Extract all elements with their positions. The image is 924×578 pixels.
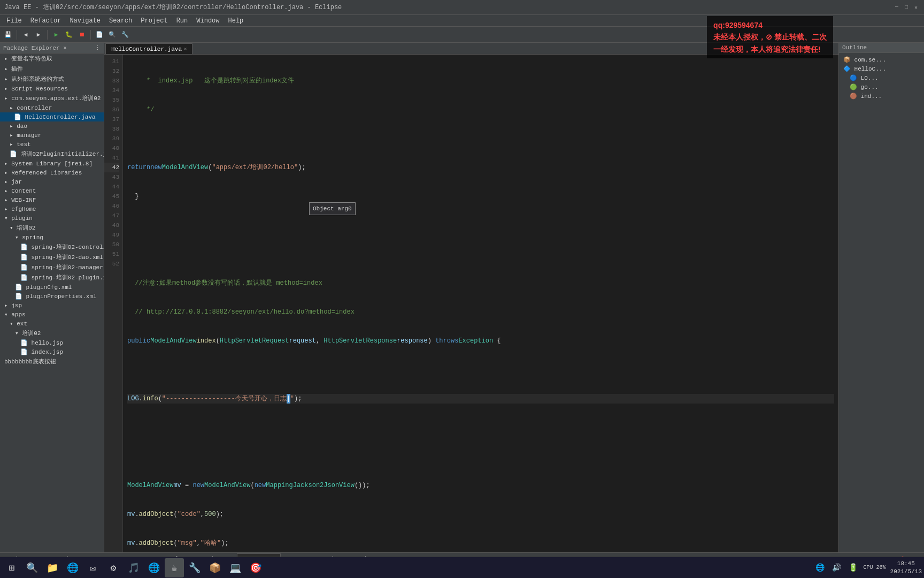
taskbar-browser[interactable]: 🌐 <box>144 558 164 577</box>
left-panel-controls[interactable]: ⋮ <box>95 44 101 51</box>
taskbar-edge[interactable]: 🌐 <box>63 558 82 577</box>
menu-run[interactable]: Run <box>172 15 192 27</box>
tree-item-dao[interactable]: ▸ dao <box>0 121 104 131</box>
menu-navigate[interactable]: Navigate <box>65 15 105 27</box>
line-37: 37 <box>104 115 119 124</box>
toolbar-forward[interactable]: ▶ <box>33 29 44 41</box>
tree-item-spring-dao[interactable]: 📄 spring-培训02-dao.xml <box>0 252 104 262</box>
taskbar-mail[interactable]: ✉ <box>83 558 103 577</box>
tree-item-spring-plugin[interactable]: 📄 spring-培训02-plugin.xm <box>0 272 104 283</box>
taskbar-tool3[interactable]: 💻 <box>226 558 245 577</box>
battery-icon[interactable]: 🔋 <box>847 563 859 572</box>
code-line-32: */ <box>127 105 834 115</box>
tree-item-training02-open[interactable]: ▾ 培训02 <box>0 223 104 233</box>
tree-item-referenced-libs[interactable]: ▸ Referenced Libraries <box>0 168 104 177</box>
toolbar-save[interactable]: 💾 <box>2 29 14 41</box>
minimize-button[interactable]: ─ <box>893 4 900 11</box>
editor-area: HelloController.java ✕ 31 32 33 34 35 36… <box>104 43 838 552</box>
line-40: 40 <box>104 143 119 153</box>
tree-item-external[interactable]: ▸ 从外部系统老的方式 <box>0 74 104 84</box>
toolbar-debug[interactable]: 🐛 <box>63 29 75 41</box>
tab-label: HelloController.java <box>111 46 182 52</box>
line-31: 31 <box>104 57 119 66</box>
menu-help[interactable]: Help <box>224 15 248 27</box>
taskbar-tool4[interactable]: 🎯 <box>246 558 265 577</box>
taskbar: ⊞ 🔍 📁 🌐 ✉ ⚙ 🎵 🌐 ☕ 🔧 📦 💻 🎯 🌐 🔊 🔋 CPU 26% … <box>0 557 924 578</box>
tree-item-test[interactable]: ▸ test <box>0 140 104 149</box>
menu-file[interactable]: File <box>2 15 26 27</box>
menu-refactor[interactable]: Refactor <box>26 15 66 27</box>
taskbar-file-explorer[interactable]: 📁 <box>43 558 62 577</box>
tree-item-jar[interactable]: ▸ jar <box>0 177 104 186</box>
tree-item-plugincfg[interactable]: 📄 pluginCfg.xml <box>0 283 104 292</box>
tree-item-plugin-open[interactable]: ▾ plugin <box>0 214 104 223</box>
line-46: 46 <box>104 201 119 211</box>
menu-project[interactable]: Project <box>136 15 172 27</box>
outline-item-method-go[interactable]: 🟢 go... <box>841 82 922 92</box>
menu-search[interactable]: Search <box>105 15 136 27</box>
line-numbers: 31 32 33 34 35 36 37 38 39 40 41 42 43 4… <box>104 55 123 552</box>
tree-item-script-resources[interactable]: ▸ Script Resources <box>0 84 104 93</box>
code-line-35: } <box>127 192 834 201</box>
start-button[interactable]: ⊞ <box>2 558 21 577</box>
code-editor[interactable]: 31 32 33 34 35 36 37 38 39 40 41 42 43 4… <box>104 55 838 552</box>
tree-item-plugin-initializer[interactable]: 📄 培训02PluginInitializer.java <box>0 149 104 159</box>
maximize-button[interactable]: □ <box>903 4 910 11</box>
line-45: 45 <box>104 192 119 201</box>
outline-panel-header: Outline <box>839 43 924 53</box>
tree-item-variables[interactable]: ▸ 变量名字特色取 <box>0 54 104 64</box>
code-content[interactable]: * index.jsp 这个是跳转到对应的index文件 */ return n… <box>123 55 838 552</box>
tree-item-spring-manager[interactable]: 📄 spring-培训02-manager. <box>0 262 104 272</box>
menu-window[interactable]: Window <box>192 15 224 27</box>
network-icon[interactable]: 🌐 <box>814 563 826 572</box>
tree-item-cfghome[interactable]: ▸ cfgHome <box>0 204 104 214</box>
tree-item-hello-controller[interactable]: 📄 HelloController.java <box>0 112 104 121</box>
tree-item-controller[interactable]: ▸ controller <box>0 103 104 112</box>
outline-item-method-ind[interactable]: 🟤 ind... <box>841 92 922 101</box>
left-panel-tree: ▸ 变量名字特色取 ▸ 插件 ▸ 从外部系统老的方式 ▸ Script Reso… <box>0 54 104 552</box>
editor-tabs: HelloController.java ✕ <box>104 43 838 55</box>
taskbar-music[interactable]: 🎵 <box>124 558 143 577</box>
volume-icon[interactable]: 🔊 <box>830 563 843 572</box>
code-line-42: LOG.info("------------------今天号开心，日志|"); <box>127 394 834 404</box>
code-line-37 <box>127 249 834 259</box>
line-36: 36 <box>104 105 119 115</box>
taskbar-tool2[interactable]: 📦 <box>205 558 225 577</box>
tree-item-index-jsp[interactable]: 📄 index.jsp <box>0 347 104 356</box>
toolbar-new[interactable]: 📄 <box>94 29 105 41</box>
tree-item-plugin-properties[interactable]: 📄 pluginProperties.xml <box>0 292 104 301</box>
tree-item-webinf[interactable]: ▸ WEB-INF <box>0 195 104 204</box>
tree-item-bottom-btn[interactable]: bbbbbbbb底表按钮 <box>0 356 104 367</box>
toolbar-separator-1 <box>17 30 17 40</box>
code-line-44 <box>127 452 834 461</box>
toolbar-search[interactable]: 🔍 <box>106 29 118 41</box>
taskbar-settings[interactable]: ⚙ <box>104 558 123 577</box>
tree-item-ext-open[interactable]: ▾ ext <box>0 319 104 328</box>
toolbar-back[interactable]: ◀ <box>20 29 32 41</box>
tree-item-hello-jsp[interactable]: 📄 hello.jsp <box>0 338 104 347</box>
toolbar-refactor[interactable]: 🔧 <box>119 29 131 41</box>
toolbar-run[interactable]: ▶ <box>50 29 62 41</box>
outline-item-package[interactable]: 📦 com.se... <box>841 55 922 64</box>
tree-item-plugin-root[interactable]: ▸ 插件 <box>0 64 104 74</box>
tab-close[interactable]: ✕ <box>184 46 187 52</box>
close-button[interactable]: ✕ <box>912 4 920 11</box>
outline-item-class[interactable]: 🔷 HelloC... <box>841 64 922 73</box>
tree-item-seeyon-pkg[interactable]: ▸ com.seeyon.apps.ext.培训02 <box>0 93 104 103</box>
tree-item-content[interactable]: ▸ Content <box>0 186 104 195</box>
tree-item-apps-open[interactable]: ▾ apps <box>0 310 104 319</box>
tree-item-spring-open[interactable]: ▾ spring <box>0 233 104 242</box>
left-panel-title: Package Explorer × <box>3 45 67 51</box>
outline-item-field-log[interactable]: 🔵 LO... <box>841 73 922 82</box>
toolbar-stop[interactable]: ⏹ <box>76 29 88 41</box>
tree-item-manager[interactable]: ▸ manager <box>0 131 104 140</box>
tree-item-training02-jsp-open[interactable]: ▾ 培训02 <box>0 328 104 338</box>
tree-item-spring-controller[interactable]: 📄 spring-培训02-controller <box>0 242 104 252</box>
line-51: 51 <box>104 249 119 259</box>
taskbar-eclipse[interactable]: ☕ <box>165 558 184 577</box>
taskbar-tool1[interactable]: 🔧 <box>185 558 204 577</box>
tree-item-jsp[interactable]: ▸ jsp <box>0 301 104 310</box>
editor-tab-hello-controller[interactable]: HelloController.java ✕ <box>105 43 192 54</box>
search-taskbar-button[interactable]: 🔍 <box>22 558 42 577</box>
tree-item-system-library[interactable]: ▸ System Library [jre1.8] <box>0 159 104 168</box>
